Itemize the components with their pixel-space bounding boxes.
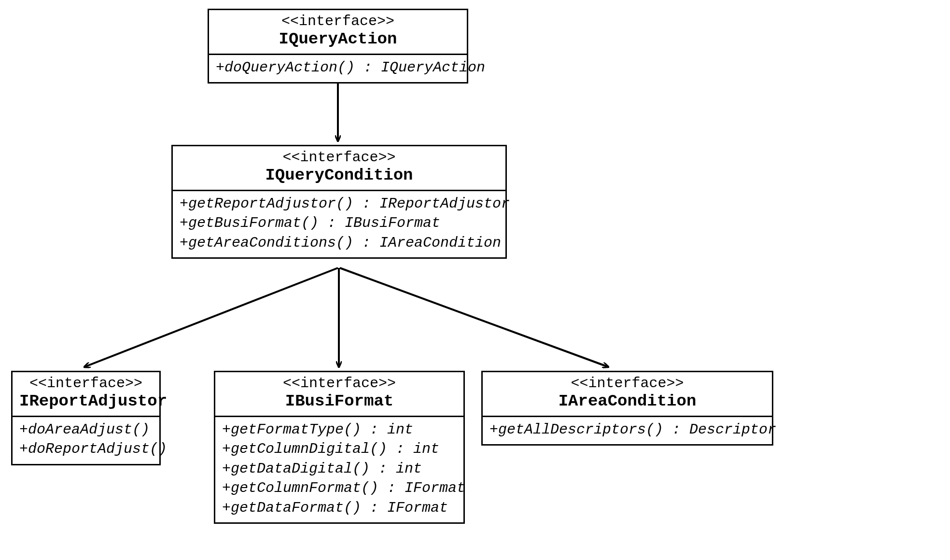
class-methods: +doAreaAdjust() +doReportAdjust(): [13, 417, 159, 464]
stereotype-label: <<interface>>: [489, 375, 765, 392]
class-methods: +getAllDescriptors() : Descriptor: [483, 417, 772, 445]
class-methods: +getReportAdjustor() : IReportAdjustor +…: [173, 191, 505, 258]
edge-condition-to-reportadjustor: [84, 268, 338, 367]
class-name: IAreaCondition: [489, 392, 765, 411]
stereotype-label: <<interface>>: [19, 375, 153, 392]
class-name: IReportAdjustor: [19, 392, 153, 411]
class-iquerycondition: <<interface>> IQueryCondition +getReport…: [171, 145, 507, 259]
class-header: <<interface>> IAreaCondition: [483, 372, 772, 417]
class-iareacondition: <<interface>> IAreaCondition +getAllDesc…: [481, 371, 773, 446]
class-iqueryaction: <<interface>> IQueryAction +doQueryActio…: [208, 9, 468, 84]
class-header: <<interface>> IBusiFormat: [215, 372, 463, 417]
class-name: IQueryAction: [216, 30, 460, 49]
connectors-layer: [0, 0, 950, 560]
class-ireportadjustor: <<interface>> IReportAdjustor +doAreaAdj…: [11, 371, 161, 465]
class-header: <<interface>> IQueryCondition: [173, 146, 505, 191]
class-header: <<interface>> IReportAdjustor: [13, 372, 159, 417]
stereotype-label: <<interface>>: [222, 375, 457, 392]
class-ibusiformat: <<interface>> IBusiFormat +getFormatType…: [214, 371, 465, 524]
class-methods: +doQueryAction() : IQueryAction: [209, 55, 467, 83]
class-name: IBusiFormat: [222, 392, 457, 411]
edge-condition-to-areacondition: [340, 268, 608, 367]
stereotype-label: <<interface>>: [216, 13, 460, 30]
class-methods: +getFormatType() : int +getColumnDigital…: [215, 417, 463, 523]
class-name: IQueryCondition: [180, 166, 499, 185]
class-header: <<interface>> IQueryAction: [209, 10, 467, 55]
stereotype-label: <<interface>>: [180, 149, 499, 166]
